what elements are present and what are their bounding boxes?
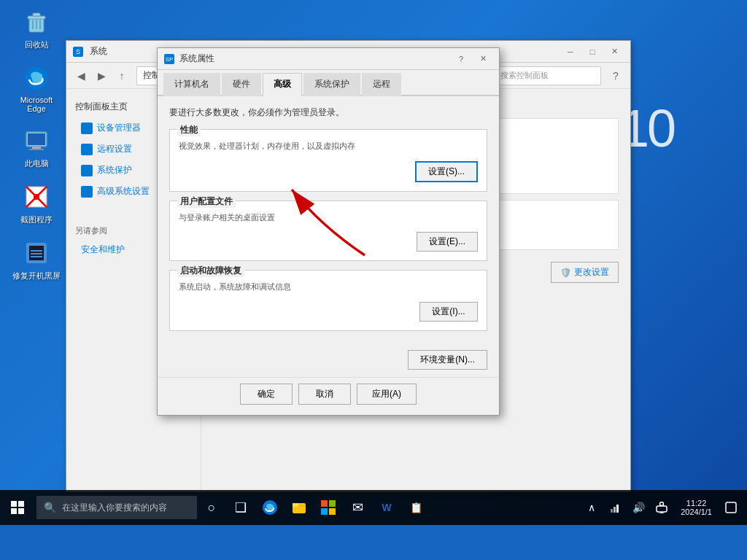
taskbar-search-icon: 🔍 <box>44 502 56 513</box>
env-variables-btn[interactable]: 环境变量(N)... <box>408 350 487 370</box>
dialog-title-icon: SP <box>163 53 175 65</box>
svg-rect-18 <box>31 253 42 254</box>
user-profiles-settings-btn[interactable]: 设置(E)... <box>417 232 478 252</box>
taskbar-clock[interactable]: 11:22 2024/1/1 <box>675 499 718 516</box>
svg-rect-27 <box>11 508 17 514</box>
user-profiles-btn-row: 设置(E)... <box>179 232 478 252</box>
store-icon <box>320 499 336 516</box>
start-button[interactable] <box>0 490 35 525</box>
taskbar-task-view[interactable]: ○ <box>197 490 226 525</box>
tray-notification[interactable] <box>721 490 741 525</box>
user-profiles-label: 用户配置文件 <box>177 195 236 208</box>
network-icon <box>609 502 621 513</box>
svg-rect-9 <box>32 147 41 149</box>
repair-tool-icon[interactable]: 修复开机黑屏 <box>11 238 62 281</box>
tray-expand[interactable]: ∧ <box>581 490 602 525</box>
tab-hardware[interactable]: 硬件 <box>222 73 261 96</box>
this-pc-icon[interactable]: 此电脑 <box>11 126 62 169</box>
svg-point-43 <box>660 502 664 506</box>
shield-icon-protection <box>81 165 93 176</box>
performance-content: 视觉效果，处理器计划，内存使用，以及虚拟内存 设置(S)... <box>170 130 487 191</box>
snipping-tool-label: 截图程序 <box>20 214 53 225</box>
apply-btn[interactable]: 应用(A) <box>357 384 417 405</box>
svg-rect-39 <box>616 505 619 513</box>
ok-btn[interactable]: 确定 <box>240 384 293 405</box>
svg-rect-8 <box>28 133 45 145</box>
svg-text:S: S <box>76 48 80 55</box>
taskbar-mail[interactable]: ✉ <box>343 490 372 525</box>
cancel-btn[interactable]: 取消 <box>298 384 351 405</box>
shield-icon-advanced <box>81 186 93 198</box>
this-pc-label: 此电脑 <box>25 158 49 169</box>
taskbar: 🔍 在这里输入你要搜索的内容 ○ ❑ <box>0 490 747 525</box>
performance-desc: 视觉效果，处理器计划，内存使用，以及虚拟内存 <box>179 140 478 152</box>
dialog-tabs: 计算机名 硬件 高级 系统保护 远程 <box>158 70 499 96</box>
taskbar-snip[interactable]: 📋 <box>401 490 430 525</box>
svg-rect-37 <box>611 509 613 513</box>
svg-rect-32 <box>293 503 298 507</box>
nav-forward-btn[interactable]: ▶ <box>93 67 110 85</box>
dialog-titlebar: SP 系统属性 ? ✕ <box>158 48 499 70</box>
startup-recovery-settings-btn[interactable]: 设置(I)... <box>419 302 478 322</box>
performance-section: 性能 视觉效果，处理器计划，内存使用，以及虚拟内存 设置(S)... <box>169 129 487 192</box>
user-profiles-desc: 与登录账户相关的桌面设置 <box>179 211 478 224</box>
performance-label: 性能 <box>177 124 201 136</box>
desktop-icons-container: 回收站 Microsoft Edge <box>11 7 62 281</box>
tray-network2-icon <box>656 502 667 513</box>
taskbar-word[interactable]: W <box>372 490 401 525</box>
dialog-footer: 确定 取消 应用(A) <box>158 377 499 415</box>
tray-unknown[interactable] <box>651 490 672 525</box>
system-window-minimize[interactable]: ─ <box>560 44 581 59</box>
svg-rect-26 <box>18 501 24 507</box>
user-profiles-content: 与登录账户相关的桌面设置 设置(E)... <box>170 201 487 261</box>
tab-system-protection[interactable]: 系统保护 <box>303 73 360 96</box>
taskbar-store[interactable] <box>314 490 343 525</box>
performance-btn-row: 设置(S)... <box>179 161 478 182</box>
svg-rect-45 <box>726 502 736 513</box>
change-settings-btn[interactable]: 🛡️ 更改设置 <box>551 262 619 283</box>
system-window-maximize[interactable]: □ <box>582 44 603 59</box>
nav-up-btn[interactable]: ↑ <box>113 67 131 85</box>
taskbar-tray: ∧ 🔊 11:22 2024/1/1 <box>581 490 747 525</box>
help-btn[interactable]: ? <box>607 67 624 85</box>
shield-icon-remote <box>81 144 93 155</box>
repair-tool-label: 修复开机黑屏 <box>12 271 61 281</box>
notification-icon <box>725 502 737 513</box>
edge-taskbar-icon <box>262 499 278 516</box>
dialog-close-btn[interactable]: ✕ <box>473 52 493 66</box>
windows-logo <box>10 500 25 515</box>
taskbar-multitask[interactable]: ❑ <box>226 490 255 525</box>
system-window-close[interactable]: ✕ <box>604 44 624 59</box>
snipping-tool-icon[interactable]: 截图程序 <box>11 182 62 225</box>
nav-back-btn[interactable]: ◀ <box>72 67 90 85</box>
svg-rect-35 <box>321 508 328 515</box>
properties-dialog: SP 系统属性 ? ✕ 计算机名 硬件 高级 系统保护 远程 要进行大多数更改，… <box>157 47 500 416</box>
taskbar-explorer[interactable] <box>285 490 314 525</box>
performance-settings-btn[interactable]: 设置(S)... <box>415 161 478 182</box>
edge-label: Microsoft Edge <box>11 96 62 113</box>
taskbar-search[interactable]: 🔍 在这里输入你要搜索的内容 <box>36 496 197 519</box>
tray-volume[interactable]: 🔊 <box>628 490 649 525</box>
user-profiles-section: 用户配置文件 与登录账户相关的桌面设置 设置(E)... <box>169 201 487 262</box>
dialog-note: 要进行大多数更改，你必须作为管理员登录。 <box>169 106 487 119</box>
edge-icon[interactable]: Microsoft Edge <box>11 63 62 113</box>
dialog-help-btn[interactable]: ? <box>451 52 471 66</box>
tray-network[interactable] <box>605 490 625 525</box>
shield-icon-device <box>81 122 93 134</box>
svg-rect-17 <box>31 256 42 257</box>
svg-rect-34 <box>329 500 336 507</box>
svg-rect-25 <box>11 501 17 507</box>
tab-advanced[interactable]: 高级 <box>263 73 302 96</box>
startup-recovery-content: 系统启动，系统故障和调试信息 设置(I)... <box>170 271 487 330</box>
taskbar-edge[interactable] <box>255 490 285 525</box>
system-window-title: 系统 <box>90 45 107 58</box>
search-bar[interactable]: 🔍 搜索控制面板 <box>484 66 601 85</box>
svg-rect-28 <box>18 508 24 514</box>
recycle-bin-label: 回收站 <box>25 39 49 50</box>
svg-rect-1 <box>28 16 45 19</box>
env-btn-row: 环境变量(N)... <box>158 350 499 377</box>
dialog-controls: ? ✕ <box>451 52 493 66</box>
tab-remote[interactable]: 远程 <box>362 73 401 96</box>
recycle-bin-icon[interactable]: 回收站 <box>11 7 62 50</box>
tab-computer-name[interactable]: 计算机名 <box>163 73 220 96</box>
